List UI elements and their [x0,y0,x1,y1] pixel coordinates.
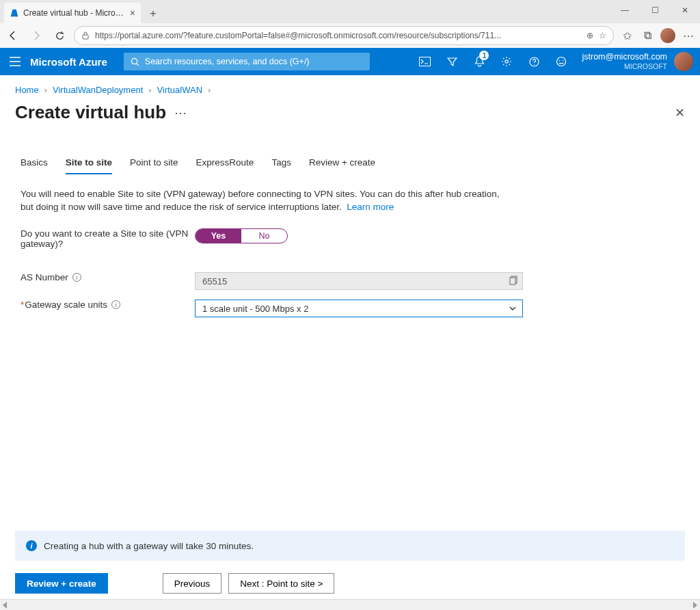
url-input[interactable]: https://portal.azure.com/?feature.custom… [74,26,614,45]
crumb-home[interactable]: Home [15,85,39,95]
new-tab-button[interactable]: + [144,4,163,23]
chevron-right-icon: › [44,85,47,95]
info-banner-text: Creating a hub with a gateway will take … [44,541,254,551]
tab-expressroute[interactable]: ExpressRoute [196,157,254,174]
svg-marker-0 [11,10,18,17]
label-create-s2s: Do you want to create a Site to site (VP… [21,228,195,249]
label-asn-text: AS Number [21,272,68,282]
info-banner: i Creating a hub with a gateway will tak… [15,531,685,561]
row-gateway-scale-units: *Gateway scale units i 1 scale unit - 50… [21,300,679,317]
browser-tab[interactable]: Create virtual hub - Microsoft Az × [4,3,141,23]
crumb-virtualwan[interactable]: VirtualWAN [157,85,202,95]
azure-topbar-icons: 1 jstrom@microsoft.com MICROSOFT [412,48,693,75]
lock-icon [81,31,90,40]
chevron-right-icon: › [148,85,151,95]
svg-rect-4 [419,57,430,66]
breadcrumb: Home › VirtualWanDeployment › VirtualWAN… [0,75,700,99]
crumb-deployment[interactable]: VirtualWanDeployment [53,85,143,95]
horizontal-scrollbar[interactable] [0,599,700,610]
avatar[interactable] [674,52,693,71]
tab-description: You will need to enable Site to site (VP… [21,187,513,213]
tab-basics[interactable]: Basics [21,157,48,174]
refresh-icon[interactable] [51,27,68,44]
chevron-right-icon: › [208,85,211,95]
svg-rect-12 [510,278,515,284]
forward-icon [27,27,45,44]
notification-badge: 1 [479,51,489,60]
info-icon[interactable]: i [72,273,81,282]
row-as-number: AS Number i 65515 [21,272,679,290]
svg-line-3 [137,63,139,65]
favorites-icon[interactable]: ✩ [619,28,634,43]
close-window-icon[interactable]: ✕ [670,0,700,21]
azure-favicon-icon [10,8,19,18]
user-email: jstrom@microsoft.com [582,52,667,62]
footer: Review + create Previous Next : Point to… [15,573,685,594]
chevron-down-icon [509,304,517,313]
user-org: MICROSOFT [582,62,667,71]
minimize-icon[interactable]: — [610,0,640,21]
description-text: You will need to enable Site to site (VP… [21,189,499,212]
svg-point-10 [563,60,564,62]
copy-icon[interactable] [509,276,518,285]
browser-tab-bar: Create virtual hub - Microsoft Az × + — … [0,0,700,23]
toggle-create-s2s[interactable]: Yes No [195,228,288,243]
info-circle-icon: i [26,540,37,551]
svg-rect-1 [83,35,88,39]
input-as-number: 65515 [195,272,523,290]
browser-chrome: Create virtual hub - Microsoft Az × + — … [0,0,700,48]
previous-button[interactable]: Previous [163,573,222,594]
next-button[interactable]: Next : Point to site > [228,573,334,594]
tab-point-to-site[interactable]: Point to site [130,157,178,174]
tab-tags[interactable]: Tags [271,157,291,174]
help-icon[interactable] [522,48,546,75]
toggle-no[interactable]: No [241,229,287,243]
svg-point-7 [534,64,535,64]
brand-label[interactable]: Microsoft Azure [30,56,107,68]
close-blade-icon[interactable]: ✕ [675,105,685,120]
filter-icon[interactable] [440,48,464,75]
window-controls: — ☐ ✕ [610,0,700,21]
gsu-value: 1 scale unit - 500 Mbps x 2 [202,304,308,314]
tab-review-create[interactable]: Review + create [309,157,375,174]
label-gsu-text: Gateway scale units [25,300,107,310]
more-actions-icon[interactable]: ⋯ [174,105,187,120]
user-block[interactable]: jstrom@microsoft.com MICROSOFT [582,52,667,71]
close-icon[interactable]: × [130,8,135,18]
cloud-shell-icon[interactable] [412,48,437,75]
row-create-s2s: Do you want to create a Site to site (VP… [21,228,679,249]
back-icon[interactable] [4,27,22,44]
svg-point-2 [131,58,137,64]
feedback-icon[interactable] [549,48,574,75]
gear-icon[interactable] [494,48,519,75]
page-title: Create virtual hub [15,102,166,123]
label-gateway-scale-units: *Gateway scale units i [21,300,195,310]
reader-icon[interactable]: ⊕ [587,31,593,40]
toggle-yes[interactable]: Yes [196,229,241,243]
learn-more-link[interactable]: Learn more [347,202,394,212]
svg-point-9 [559,60,561,62]
search-icon [131,57,139,66]
page-header: Create virtual hub ⋯ ✕ [0,99,700,123]
hamburger-icon[interactable] [7,53,23,70]
review-create-button[interactable]: Review + create [15,573,108,594]
search-input[interactable]: Search resources, services, and docs (G+… [124,53,370,70]
browser-tab-title: Create virtual hub - Microsoft Az [23,8,126,18]
svg-point-8 [557,57,566,66]
info-icon[interactable]: i [111,300,120,309]
tab-site-to-site[interactable]: Site to site [66,157,112,174]
profile-avatar-icon[interactable] [660,28,675,43]
label-as-number: AS Number i [21,272,195,282]
more-icon[interactable]: ⋯ [681,28,696,43]
dropdown-gateway-scale-units[interactable]: 1 scale unit - 500 Mbps x 2 [195,300,523,317]
tab-content: You will need to enable Site to site (VP… [0,175,700,317]
page-tabs: Basics Site to site Point to site Expres… [0,123,700,175]
svg-point-5 [505,60,508,63]
notifications-icon[interactable]: 1 [467,48,492,75]
maximize-icon[interactable]: ☐ [640,0,670,21]
search-placeholder: Search resources, services, and docs (G+… [145,57,310,66]
browser-address-bar: https://portal.azure.com/?feature.custom… [0,23,700,48]
collections-icon[interactable]: ⧉ [640,28,655,43]
asn-value: 65515 [202,276,227,287]
star-icon[interactable]: ☆ [599,31,606,40]
